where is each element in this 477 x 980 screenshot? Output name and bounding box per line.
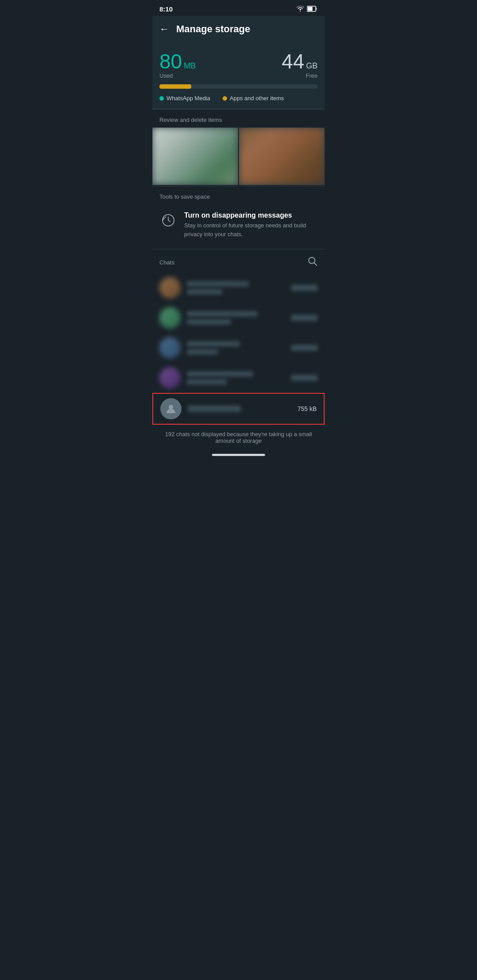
blurred-chat-item-3[interactable] [152, 333, 325, 363]
highlighted-chat-item[interactable]: 755 kB [152, 393, 325, 425]
tool-description: Stay in control of future storage needs … [184, 221, 318, 238]
battery-icon [307, 6, 318, 12]
storage-used: 80 MB Used [159, 51, 196, 79]
blurred-chat-item-1[interactable] [152, 273, 325, 303]
storage-progress-bar [159, 84, 318, 89]
blurred-sub-4 [187, 379, 227, 384]
blurred-chat-item-4[interactable] [152, 363, 325, 393]
storage-used-label: Used [159, 72, 196, 79]
blurred-sub-3 [187, 349, 218, 354]
bottom-indicator [152, 450, 325, 460]
blurred-content-2 [187, 311, 285, 324]
tool-text: Turn on disappearing messages Stay in co… [184, 211, 318, 238]
storage-stats: 80 MB Used 44 GB Free [159, 51, 318, 79]
blurred-name-2 [187, 311, 257, 317]
blurred-size-1 [291, 285, 318, 291]
blurred-avatar-2 [159, 307, 181, 328]
media-blur-image-1 [152, 128, 238, 185]
storage-free-unit: GB [306, 61, 318, 71]
media-preview-container[interactable] [152, 128, 325, 186]
back-button[interactable]: ← [159, 23, 169, 35]
storage-used-value: 80 MB [159, 51, 196, 72]
status-time: 8:10 [159, 5, 173, 13]
blurred-chat-item-2[interactable] [152, 303, 325, 333]
tools-section-header: Tools to save space [152, 186, 325, 204]
review-section-header: Review and delete items [152, 109, 325, 128]
storage-free-label: Free [306, 72, 318, 79]
blurred-avatar-1 [159, 277, 181, 298]
legend-apps: Apps and other items [223, 95, 284, 102]
legend-dot-apps [223, 96, 227, 101]
home-indicator-bar [212, 454, 265, 456]
review-section: Review and delete items [152, 109, 325, 186]
disappearing-messages-icon [159, 211, 177, 229]
chat-list: 755 kB [152, 273, 325, 425]
page-title: Manage storage [176, 23, 250, 35]
blurred-content-1 [187, 281, 285, 294]
blurred-content-4 [187, 371, 285, 384]
media-preview-2[interactable] [239, 128, 325, 185]
storage-used-unit: MB [184, 61, 196, 71]
legend-dot-whatsapp [159, 96, 164, 101]
blurred-name-4 [187, 371, 253, 377]
app-bar: ← Manage storage [152, 16, 325, 42]
blurred-name-1 [187, 281, 249, 286]
chats-section: Chats [152, 249, 325, 425]
storage-free: 44 GB Free [282, 51, 318, 79]
legend-label-whatsapp: WhatsApp Media [167, 95, 210, 102]
status-icons [296, 6, 318, 12]
chat-info [188, 406, 291, 412]
blurred-sub-2 [187, 319, 231, 324]
svg-rect-1 [308, 7, 313, 11]
storage-free-number: 44 [282, 51, 304, 72]
chats-section-label: Chats [159, 259, 174, 266]
avatar-person-icon [165, 403, 177, 415]
storage-used-number: 80 [159, 51, 182, 72]
status-bar: 8:10 [152, 0, 325, 16]
blurred-size-2 [291, 315, 318, 321]
disappearing-messages-item[interactable]: Turn on disappearing messages Stay in co… [152, 204, 325, 245]
tools-section: Tools to save space Turn on disappearing… [152, 186, 325, 249]
blurred-avatar-4 [159, 367, 181, 388]
blurred-content-3 [187, 341, 285, 354]
blurred-name-3 [187, 341, 240, 347]
legend-label-apps: Apps and other items [230, 95, 284, 102]
storage-section: 80 MB Used 44 GB Free WhatsApp Media App… [152, 42, 325, 109]
chat-size: 755 kB [297, 405, 317, 412]
media-blur-image-2 [239, 128, 325, 185]
storage-free-value: 44 GB [282, 51, 318, 72]
svg-line-4 [314, 263, 317, 266]
footer-note: 192 chats not displayed because they're … [152, 425, 325, 450]
chat-avatar [160, 398, 182, 419]
media-preview-1[interactable] [152, 128, 238, 185]
progress-bar-fill [159, 84, 191, 89]
wifi-icon [296, 6, 304, 12]
blurred-sub-1 [187, 289, 222, 294]
chat-name-blurred [188, 406, 241, 412]
blurred-size-3 [291, 345, 318, 351]
blurred-size-4 [291, 375, 318, 381]
blurred-avatar-3 [159, 337, 181, 358]
svg-point-5 [169, 405, 173, 409]
tool-title: Turn on disappearing messages [184, 211, 318, 219]
legend-whatsapp: WhatsApp Media [159, 95, 210, 102]
search-button[interactable] [308, 256, 318, 268]
chats-header: Chats [152, 249, 325, 273]
storage-legend: WhatsApp Media Apps and other items [159, 95, 318, 102]
